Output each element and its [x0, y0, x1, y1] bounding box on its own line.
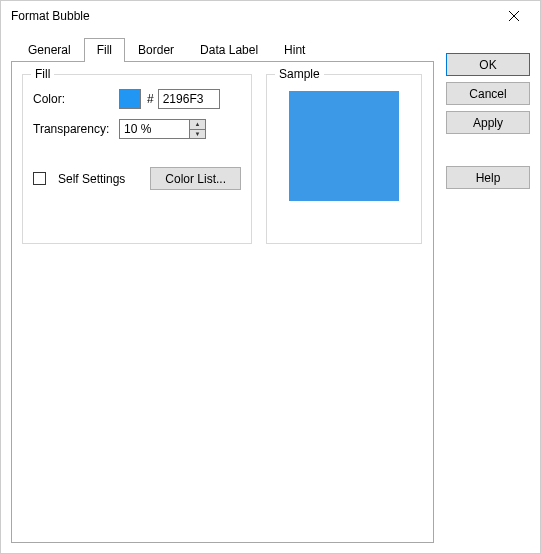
- color-swatch[interactable]: [119, 89, 141, 109]
- spinner-buttons: ▲ ▼: [189, 119, 206, 139]
- fill-legend: Fill: [31, 67, 54, 81]
- self-settings-checkbox[interactable]: [33, 172, 46, 185]
- hash-symbol: #: [147, 92, 154, 106]
- color-row: Color: #: [33, 89, 241, 109]
- ok-button[interactable]: OK: [446, 53, 530, 76]
- tab-border[interactable]: Border: [125, 38, 187, 62]
- apply-button[interactable]: Apply: [446, 111, 530, 134]
- title-bar: Format Bubble: [1, 1, 540, 31]
- tab-strip: General Fill Border Data Label Hint: [15, 38, 434, 62]
- close-icon: [509, 11, 519, 21]
- sample-legend: Sample: [275, 67, 324, 81]
- color-hex-input[interactable]: [158, 89, 220, 109]
- color-label: Color:: [33, 92, 119, 106]
- fill-group: Fill Color: # Transparency: ▲ ▼: [22, 74, 252, 244]
- close-button[interactable]: [494, 2, 534, 30]
- transparency-label: Transparency:: [33, 122, 119, 136]
- tab-hint[interactable]: Hint: [271, 38, 318, 62]
- sample-group: Sample: [266, 74, 422, 244]
- tab-general[interactable]: General: [15, 38, 84, 62]
- help-button[interactable]: Help: [446, 166, 530, 189]
- window-title: Format Bubble: [11, 9, 90, 23]
- tab-fill[interactable]: Fill: [84, 38, 125, 62]
- sample-swatch: [289, 91, 399, 201]
- transparency-spinner: ▲ ▼: [119, 119, 206, 139]
- dialog-content: General Fill Border Data Label Hint Fill…: [1, 31, 540, 553]
- spinner-up[interactable]: ▲: [190, 120, 205, 130]
- tab-data-label[interactable]: Data Label: [187, 38, 271, 62]
- left-column: General Fill Border Data Label Hint Fill…: [11, 37, 434, 543]
- right-button-column: OK Cancel Apply Help: [446, 37, 530, 543]
- cancel-button[interactable]: Cancel: [446, 82, 530, 105]
- fill-bottom-row: Self Settings Color List...: [33, 167, 241, 190]
- color-list-button[interactable]: Color List...: [150, 167, 241, 190]
- button-spacer: [446, 140, 530, 160]
- spinner-down[interactable]: ▼: [190, 130, 205, 139]
- tab-panel: Fill Color: # Transparency: ▲ ▼: [11, 61, 434, 543]
- self-settings-label: Self Settings: [58, 172, 125, 186]
- transparency-row: Transparency: ▲ ▼: [33, 119, 241, 139]
- transparency-input[interactable]: [119, 119, 189, 139]
